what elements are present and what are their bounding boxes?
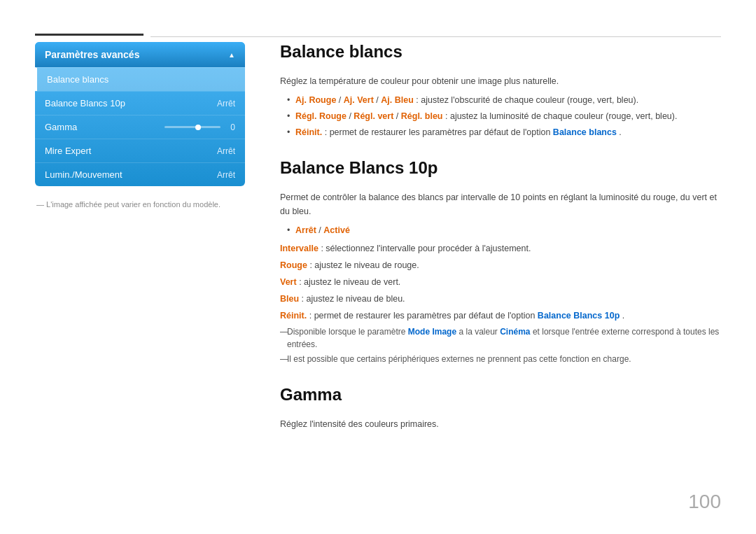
sidebar-item-value: Arrêt	[217, 170, 235, 180]
sidebar-item-label: Balance blancs	[47, 74, 108, 85]
sidebar-item-balance-blancs[interactable]: Balance blancs	[35, 67, 245, 91]
section-title-balance-blancs: Balance blancs	[280, 42, 721, 66]
sidebar-item-label: Lumin./Mouvement	[45, 169, 122, 180]
page-number: 100	[688, 491, 721, 513]
list-item: Réinit. : permet de restaurer les paramè…	[287, 126, 721, 139]
bullet-list-balance-blancs-10p: Arrêt / Activé	[280, 224, 721, 237]
text-sep: /	[339, 95, 344, 105]
list-item: Régl. Rouge / Régl. vert / Régl. bleu : …	[287, 110, 721, 123]
text-aj-rouge: Aj. Rouge	[295, 95, 336, 105]
dash-text: Il est possible que certains périphériqu…	[287, 354, 631, 364]
top-accent-line	[35, 34, 144, 36]
inline-intervalle: Intervalle : sélectionnez l'intervalle p…	[280, 241, 721, 255]
text-regl-rouge: Régl. Rouge	[295, 111, 346, 121]
text-balance-blancs-10p-ref: Balance Blancs 10p	[538, 311, 620, 321]
text-desc: : sélectionnez l'intervalle pour procéde…	[321, 244, 531, 253]
sidebar-item-label: Mire Expert	[45, 146, 91, 156]
text-reinit-10p: Réinit.	[280, 311, 307, 321]
inline-rouge: Rouge : ajustez le niveau de rouge.	[280, 258, 721, 272]
text-bleu: Bleu	[280, 294, 299, 304]
inline-bleu: Bleu : ajustez le niveau de bleu.	[280, 292, 721, 306]
text-cinema: Cinéma	[500, 327, 530, 337]
sidebar-item-balance-blancs-10p[interactable]: Balance Blancs 10p Arrêt	[35, 91, 245, 115]
text-reinit: Réinit.	[295, 127, 322, 137]
dash-text: Disponible lorsque le paramètre	[287, 327, 408, 337]
text-period: .	[619, 127, 621, 137]
sidebar-item-lumin-mouvement[interactable]: Lumin./Mouvement Arrêt	[35, 162, 245, 186]
inline-reinit: Réinit. : permet de restaurer les paramè…	[280, 309, 721, 323]
text-arret: Arrêt	[295, 225, 316, 235]
dash-note-2: Il est possible que certains périphériqu…	[280, 353, 721, 365]
text-desc: : ajustez le niveau de vert.	[299, 277, 400, 287]
text-sep: /	[396, 111, 401, 121]
text-aj-bleu: Aj. Bleu	[381, 95, 414, 105]
dash-text: a la valeur	[458, 327, 500, 337]
section-gamma: Gamma Réglez l'intensité des couleurs pr…	[280, 385, 721, 431]
sidebar-item-label: Balance Blancs 10p	[45, 98, 125, 108]
text-rouge: Rouge	[280, 260, 307, 270]
section-desc-balance-blancs-10p: Permet de contrôler la balance des blanc…	[280, 190, 721, 218]
sidebar-item-label: Gamma	[45, 122, 77, 132]
gamma-slider[interactable]	[164, 126, 220, 128]
sidebar-menu: Paramètres avancés ▲ Balance blancs Bala…	[35, 42, 245, 186]
text-balance-blancs-ref: Balance blancs	[553, 127, 617, 137]
text-regl-bleu: Régl. bleu	[401, 111, 443, 121]
list-item: Aj. Rouge / Aj. Vert / Aj. Bleu : ajuste…	[287, 94, 721, 107]
sidebar-item-mire-expert[interactable]: Mire Expert Arrêt	[35, 139, 245, 162]
list-item-arret-active: Arrêt / Activé	[287, 224, 721, 237]
section-desc-gamma: Réglez l'intensité des couleurs primaire…	[280, 417, 721, 431]
section-title-gamma: Gamma	[280, 385, 721, 409]
text-mode-image: Mode Image	[408, 327, 456, 337]
sidebar-item-value: Arrêt	[217, 99, 235, 108]
top-separator-line	[150, 36, 721, 37]
text-desc: : permet de restaurer les paramètres par…	[325, 127, 553, 137]
section-balance-blancs: Balance blancs Réglez la température de …	[280, 42, 721, 139]
text-active: Activé	[323, 225, 350, 235]
text-desc: : ajustez la luminosité de chaque couleu…	[445, 111, 677, 121]
left-panel: Paramètres avancés ▲ Balance blancs Bala…	[35, 42, 245, 209]
inline-vert: Vert : ajustez le niveau de vert.	[280, 275, 721, 289]
text-desc: : ajustez l'obscurité de chaque couleur …	[416, 95, 638, 105]
section-desc-balance-blancs: Réglez la température de couleur pour ob…	[280, 74, 721, 88]
collapse-arrow-icon[interactable]: ▲	[228, 51, 235, 59]
section-title-balance-blancs-10p: Balance Blancs 10p	[280, 158, 721, 182]
text-desc: : permet de restaurer les paramètres par…	[309, 311, 538, 321]
text-period: .	[622, 311, 624, 321]
text-aj-vert: Aj. Vert	[344, 95, 374, 105]
text-regl-vert: Régl. vert	[354, 111, 393, 121]
sidebar-item-gamma[interactable]: Gamma 0	[35, 115, 245, 139]
sidebar-header: Paramètres avancés ▲	[35, 42, 245, 67]
sidebar-item-value: 0	[230, 122, 235, 132]
dash-note-1: Disponible lorsque le paramètre Mode Ima…	[280, 325, 721, 351]
text-desc: : ajustez le niveau de rouge.	[309, 260, 419, 270]
sidebar-title: Paramètres avancés	[45, 49, 139, 60]
sidebar-item-value: Arrêt	[217, 146, 235, 156]
text-intervalle: Intervalle	[280, 244, 318, 253]
text-vert: Vert	[280, 277, 297, 287]
section-balance-blancs-10p: Balance Blancs 10p Permet de contrôler l…	[280, 158, 721, 365]
text-desc: : ajustez le niveau de bleu.	[302, 294, 405, 304]
sidebar-footnote: L'image affichée peut varier en fonction…	[35, 200, 245, 209]
main-content: Balance blancs Réglez la température de …	[280, 42, 721, 451]
bullet-list-balance-blancs: Aj. Rouge / Aj. Vert / Aj. Bleu : ajuste…	[280, 94, 721, 139]
